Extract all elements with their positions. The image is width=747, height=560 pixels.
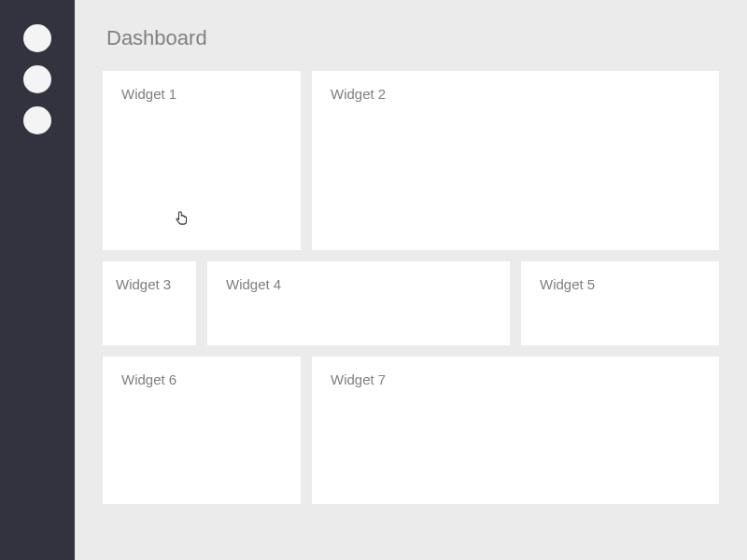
widget-4[interactable]: Widget 4 <box>207 261 510 345</box>
widget-title: Widget 7 <box>331 371 700 387</box>
widget-2[interactable]: Widget 2 <box>312 71 719 250</box>
sidebar <box>0 0 75 560</box>
widget-7[interactable]: Widget 7 <box>312 357 719 504</box>
widget-3[interactable]: Widget 3 <box>103 261 196 345</box>
nav-dot-1[interactable] <box>23 24 51 52</box>
nav-dot-2[interactable] <box>23 65 51 93</box>
cursor-pointer-icon <box>176 211 189 226</box>
widget-grid: Widget 1 Widget 2 Widget 3 Widget 4 Widg… <box>103 71 719 504</box>
widget-title: Widget 3 <box>116 276 183 292</box>
main-content: Dashboard Widget 1 Widget 2 Widget 3 Wid… <box>75 0 747 560</box>
nav-dot-3[interactable] <box>23 106 51 134</box>
widget-title: Widget 4 <box>226 276 491 292</box>
widget-5[interactable]: Widget 5 <box>521 261 719 345</box>
page-title: Dashboard <box>106 26 719 50</box>
widget-1[interactable]: Widget 1 <box>103 71 301 250</box>
widget-6[interactable]: Widget 6 <box>103 357 301 504</box>
widget-title: Widget 5 <box>540 276 700 292</box>
widget-title: Widget 2 <box>331 86 700 102</box>
widget-title: Widget 6 <box>121 371 282 387</box>
widget-title: Widget 1 <box>121 86 282 102</box>
